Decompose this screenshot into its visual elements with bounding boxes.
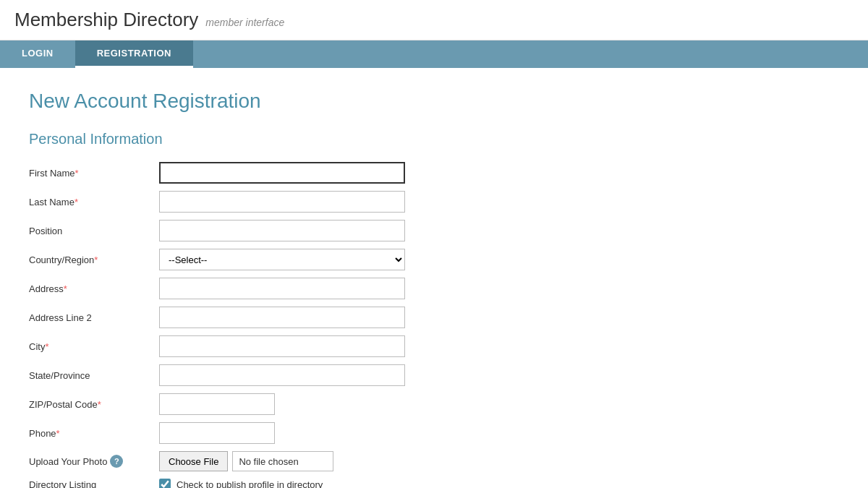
file-name-display: No file chosen — [232, 451, 333, 471]
label-state: State/Province — [29, 370, 159, 381]
nav-bar: LOGIN REGISTRATION — [0, 40, 868, 68]
zip-input[interactable] — [159, 393, 275, 415]
required-star-country: * — [94, 254, 98, 265]
label-photo: Upload Your Photo ? — [29, 455, 159, 468]
form-row-country: Country/Region* --Select-- — [29, 249, 550, 270]
label-address: Address* — [29, 283, 159, 294]
site-header: Membership Directory member interface — [0, 0, 868, 40]
label-position: Position — [29, 226, 159, 236]
form-row-photo: Upload Your Photo ? Choose File No file … — [29, 451, 550, 471]
required-star-first-name: * — [75, 168, 79, 179]
city-input[interactable] — [159, 335, 405, 357]
form-row-city: City* — [29, 335, 550, 357]
label-phone: Phone* — [29, 428, 159, 439]
label-address2: Address Line 2 — [29, 312, 159, 323]
required-star-zip: * — [98, 399, 101, 410]
directory-checkbox-row: Check to publish profile in directory — [159, 479, 323, 488]
address2-input[interactable] — [159, 307, 405, 328]
first-name-input[interactable] — [159, 162, 405, 184]
photo-help-icon[interactable]: ? — [110, 455, 123, 468]
required-star-city: * — [45, 341, 48, 352]
label-city: City* — [29, 341, 159, 352]
label-directory: Directory Listing — [29, 479, 159, 489]
form-row-position: Position — [29, 220, 550, 241]
label-country: Country/Region* — [29, 254, 159, 265]
file-input-container: Choose File No file chosen — [159, 451, 333, 471]
form-row-last-name: Last Name* — [29, 191, 550, 213]
last-name-input[interactable] — [159, 191, 405, 213]
section-personal-title: Personal Information — [29, 131, 550, 147]
site-title: Membership Directory — [14, 9, 198, 31]
required-star-address: * — [64, 283, 67, 294]
form-row-address2: Address Line 2 — [29, 307, 550, 328]
form-row-state: State/Province — [29, 364, 550, 386]
form-row-directory: Directory Listing Check to publish profi… — [29, 479, 550, 488]
address-input[interactable] — [159, 278, 405, 299]
label-last-name: Last Name* — [29, 197, 159, 207]
required-star-phone: * — [56, 428, 60, 439]
main-content: New Account Registration Personal Inform… — [0, 68, 579, 488]
label-zip: ZIP/Postal Code* — [29, 399, 159, 410]
phone-input[interactable] — [159, 422, 275, 444]
nav-item-login[interactable]: LOGIN — [0, 40, 75, 68]
country-select[interactable]: --Select-- — [159, 249, 405, 270]
form-row-zip: ZIP/Postal Code* — [29, 393, 550, 415]
state-input[interactable] — [159, 364, 405, 386]
site-subtitle: member interface — [205, 17, 284, 28]
nav-item-registration[interactable]: REGISTRATION — [75, 40, 193, 68]
choose-file-button[interactable]: Choose File — [159, 451, 228, 471]
required-star-last-name: * — [75, 197, 78, 207]
label-first-name: First Name* — [29, 168, 159, 179]
form-row-address: Address* — [29, 278, 550, 299]
directory-checkbox-label: Check to publish profile in directory — [176, 479, 323, 489]
form-row-phone: Phone* — [29, 422, 550, 444]
position-input[interactable] — [159, 220, 405, 241]
page-title: New Account Registration — [29, 90, 550, 113]
form-row-first-name: First Name* — [29, 162, 550, 184]
directory-checkbox[interactable] — [159, 479, 171, 488]
